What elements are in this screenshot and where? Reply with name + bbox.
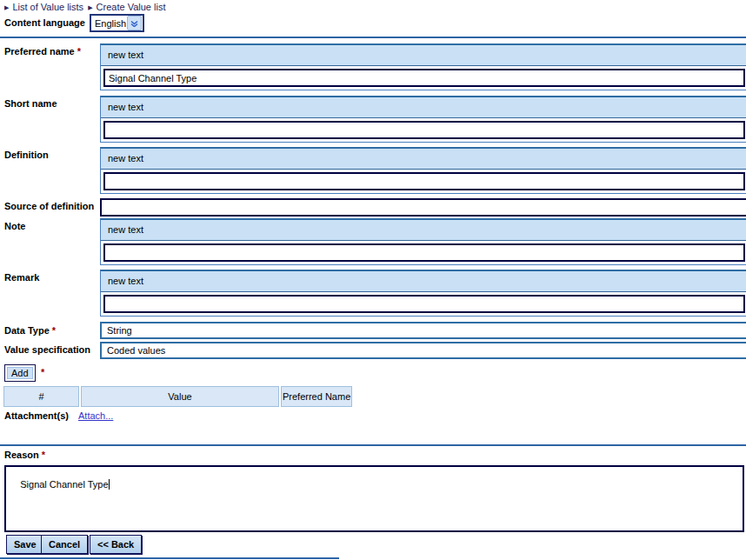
- content-language-value: English: [91, 18, 127, 29]
- add-required-marker: *: [41, 367, 44, 377]
- attachments-label: Attachment(s): [4, 410, 69, 421]
- create-value-list-page: ▶List of Value lists ▶Create Value list …: [0, 0, 746, 560]
- values-table-header-preferred-name: Preferred Name: [281, 386, 352, 407]
- short-name-language-bar: new text: [101, 97, 746, 118]
- breadcrumb-list-of-value-lists[interactable]: List of Value lists: [12, 2, 83, 12]
- breadcrumb-arrow-icon: ▶: [88, 4, 92, 10]
- data-type-label: Data Type*: [4, 325, 56, 336]
- definition-input[interactable]: [103, 172, 745, 190]
- reason-text: Signal Channel Type: [20, 479, 108, 490]
- content-language-select[interactable]: English: [90, 14, 144, 32]
- remark-input[interactable]: [103, 295, 745, 313]
- values-table-header-value: Value: [81, 386, 279, 407]
- values-table: # Value Preferred Name: [2, 386, 354, 407]
- cancel-button[interactable]: Cancel: [41, 535, 88, 554]
- reason-textarea[interactable]: Signal Channel Type: [4, 465, 744, 532]
- note-group: new text: [100, 218, 746, 265]
- definition-label: Definition: [4, 150, 49, 160]
- values-table-header-row: # Value Preferred Name: [3, 386, 352, 407]
- value-specification-value: Coded values: [100, 342, 746, 359]
- definition-group: new text: [100, 147, 746, 194]
- top-separator: [0, 37, 746, 38]
- data-type-value: String: [100, 322, 746, 339]
- reason-label: Reason*: [4, 450, 45, 460]
- preferred-name-group: new text: [100, 43, 746, 90]
- definition-language-bar: new text: [101, 149, 746, 170]
- short-name-input[interactable]: [103, 121, 745, 139]
- short-name-label: Short name: [4, 98, 57, 109]
- save-button[interactable]: Save: [6, 535, 44, 554]
- add-value-button[interactable]: Add: [4, 364, 36, 382]
- source-of-definition-input[interactable]: [100, 198, 746, 217]
- chevron-down-icon: [127, 16, 142, 30]
- remark-group: new text: [100, 270, 746, 317]
- bottom-divider: [0, 557, 339, 559]
- reason-separator: [0, 444, 746, 446]
- breadcrumb: ▶List of Value lists ▶Create Value list: [3, 2, 165, 12]
- remark-label: Remark: [4, 272, 39, 283]
- value-specification-label: Value specification: [4, 344, 90, 355]
- content-language-label: Content language: [4, 17, 85, 28]
- text-caret: [109, 479, 110, 490]
- source-of-definition-label: Source of definition: [4, 201, 94, 211]
- note-language-bar: new text: [101, 220, 746, 241]
- note-label: Note: [4, 221, 25, 231]
- preferred-name-label: Preferred name*: [4, 46, 81, 57]
- remark-language-bar: new text: [101, 271, 746, 292]
- short-name-group: new text: [100, 96, 746, 143]
- attach-link[interactable]: Attach...: [78, 410, 113, 421]
- back-button[interactable]: << Back: [90, 535, 142, 554]
- note-input[interactable]: [103, 243, 745, 262]
- breadcrumb-arrow-icon: ▶: [4, 4, 9, 10]
- values-table-header-number: #: [3, 386, 79, 407]
- preferred-name-input[interactable]: [103, 69, 745, 87]
- breadcrumb-create-value-list[interactable]: Create Value list: [97, 2, 166, 12]
- preferred-name-language-bar: new text: [101, 45, 746, 66]
